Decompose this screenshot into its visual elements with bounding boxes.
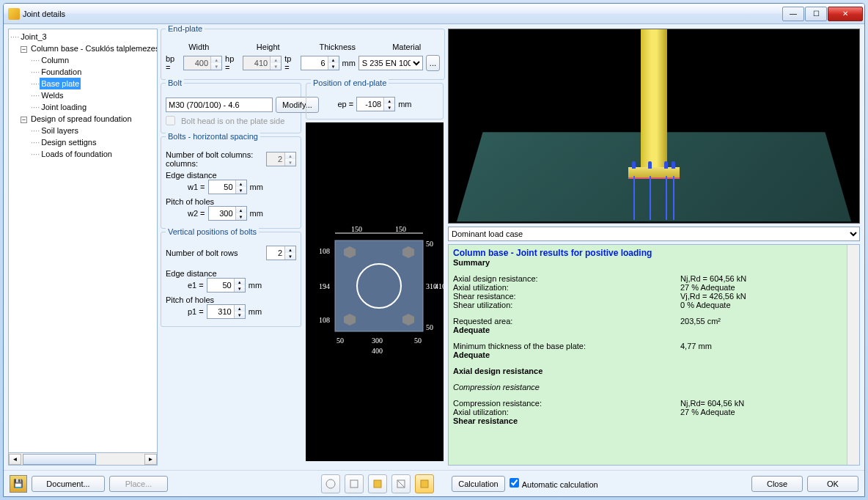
tree-item-foundation[interactable]: Foundation: [40, 66, 83, 78]
svg-text:400: 400: [372, 347, 383, 355]
svg-text:194: 194: [319, 282, 330, 290]
w2-input[interactable]: ▲▼: [208, 206, 247, 221]
mm-unit: mm: [398, 100, 411, 109]
mm-unit: mm: [342, 59, 356, 67]
end-plate-group: End-plate Width Height Thickness Materia…: [161, 29, 445, 80]
tree-group-column-base[interactable]: Column base - Csuklós talplemezes ka: [29, 43, 158, 54]
adequate-label: Adequate: [453, 326, 490, 334]
collapse-icon[interactable]: −: [21, 117, 27, 123]
axial-heading: Axial design resistance: [453, 367, 542, 375]
tree-root[interactable]: Joint_3: [19, 31, 48, 43]
tree-scrollbar[interactable]: ◄ ►: [8, 453, 158, 466]
ncols-input: ▲▼: [266, 152, 296, 166]
height-label: Height: [235, 43, 302, 51]
svg-rect-26: [421, 480, 428, 488]
3d-preview[interactable]: [448, 29, 860, 224]
bp-label: bp =: [166, 54, 180, 72]
view-box1-icon[interactable]: [345, 474, 364, 493]
adequate-label: Adequate: [453, 350, 490, 359]
result-label: Compression resistance:: [453, 399, 680, 408]
plate-diagram: 150 150 108 194 108 50 310 50 410: [306, 122, 444, 461]
collapse-icon[interactable]: −: [21, 46, 27, 53]
auto-calc-checkbox[interactable]: [510, 478, 519, 488]
vpos-legend: Vertical positions of bolts: [166, 227, 259, 236]
compression-heading: Compression resistance: [453, 383, 540, 391]
thickness-label: Thickness: [304, 43, 371, 51]
svg-rect-22: [350, 480, 358, 488]
horizontal-spacing-group: Bolts - horizontal spacing Number of bol…: [161, 136, 301, 229]
pitch-label: Pitch of holes: [166, 197, 296, 206]
maximize-button[interactable]: ☐: [805, 7, 827, 21]
view-wireframe-icon[interactable]: [321, 474, 340, 493]
scroll-right-icon[interactable]: ►: [144, 454, 157, 465]
results-title: Column base - Joint results for positive…: [453, 248, 855, 258]
svg-text:150: 150: [395, 225, 406, 233]
vertical-positions-group: Vertical positions of bolts Number of bo…: [161, 232, 301, 327]
material-select[interactable]: S 235 EN 100: [358, 56, 423, 70]
bolt-group: Bolt Modify... Bolt head is on the plate…: [161, 83, 301, 133]
p1-input[interactable]: ▲▼: [207, 304, 246, 319]
close-button[interactable]: Close: [751, 476, 803, 492]
joint-tree[interactable]: ····Joint_3 −Column base - Csuklós talpl…: [8, 29, 158, 453]
document-button[interactable]: Document...: [32, 476, 105, 492]
material-label: Material: [374, 43, 441, 51]
result-label: Axial utilization:: [453, 283, 680, 292]
pitch-label: Pitch of holes: [166, 295, 296, 304]
ok-button[interactable]: OK: [807, 476, 858, 492]
tree-item-column[interactable]: Column: [40, 54, 70, 66]
view-box3-icon[interactable]: [391, 474, 411, 493]
tree-item-loads-of-foundation[interactable]: Loads of foundation: [40, 148, 114, 160]
results-scrollbar[interactable]: [847, 245, 859, 465]
svg-point-21: [326, 479, 335, 488]
tp-input[interactable]: ▲▼: [301, 56, 339, 70]
w1-input[interactable]: ▲▼: [208, 180, 247, 194]
svg-text:50: 50: [426, 240, 433, 248]
svg-line-25: [397, 480, 405, 488]
hp-label: hp =: [225, 54, 240, 72]
mm-unit: mm: [250, 183, 263, 191]
ep-input[interactable]: ▲▼: [356, 97, 395, 111]
result-value: 4,77 mm: [680, 342, 712, 350]
tree-item-joint-loading[interactable]: Joint loading: [40, 101, 88, 113]
svg-text:108: 108: [319, 247, 330, 255]
position-legend: Position of end-plate: [311, 78, 389, 87]
ncols-label: Number of bolt columns: columns:: [166, 150, 263, 168]
result-value: 203,55 cm²: [680, 317, 721, 326]
mm-unit: mm: [249, 281, 262, 290]
view-box2-icon[interactable]: [368, 474, 387, 493]
result-label: Axial design resistance:: [453, 274, 680, 283]
save-icon[interactable]: 💾: [10, 475, 27, 493]
shear-heading: Shear resistance: [453, 416, 518, 425]
result-label: Shear resistance:: [453, 292, 680, 301]
load-case-select[interactable]: Dominant load case: [448, 227, 860, 241]
minimize-button[interactable]: —: [782, 7, 804, 21]
e1-label: e1 =: [188, 281, 204, 290]
scroll-thumb[interactable]: [23, 454, 96, 465]
auto-calc-label[interactable]: Automatic calculation: [510, 478, 598, 489]
results-panel: Column base - Joint results for positive…: [448, 244, 860, 466]
tree-item-base-plate[interactable]: Base plate: [40, 78, 81, 89]
result-value: 27 % Adequate: [680, 283, 735, 292]
e1-input[interactable]: ▲▼: [207, 278, 246, 293]
material-more-button[interactable]: ...: [426, 55, 440, 71]
nrows-input[interactable]: ▲▼: [266, 246, 296, 260]
svg-text:50: 50: [336, 337, 344, 345]
tree-item-design-settings[interactable]: Design settigns: [40, 136, 98, 148]
scroll-left-icon[interactable]: ◄: [9, 454, 21, 465]
result-label: Axial utilization:: [453, 408, 680, 416]
tree-item-welds[interactable]: Welds: [40, 89, 65, 101]
calculation-button[interactable]: Calculation: [452, 476, 504, 492]
svg-text:410: 410: [435, 282, 444, 290]
edge-distance-label: Edge distance: [166, 171, 296, 180]
tree-group-spread-foundation[interactable]: Design of spread foundation: [29, 113, 133, 125]
p1-label: p1 =: [188, 307, 204, 316]
svg-text:50: 50: [414, 337, 422, 345]
view-solid-icon[interactable]: [415, 474, 434, 493]
hspacing-legend: Bolts - horizontal spacing: [166, 132, 260, 141]
bolt-head-checkbox: [166, 116, 175, 125]
result-label: Requested area:: [453, 317, 680, 326]
summary-heading: Summary: [453, 258, 490, 267]
w2-label: w2 =: [188, 209, 205, 218]
tree-item-soil-layers[interactable]: Soil layers: [40, 125, 80, 136]
close-window-button[interactable]: ✕: [828, 7, 863, 21]
